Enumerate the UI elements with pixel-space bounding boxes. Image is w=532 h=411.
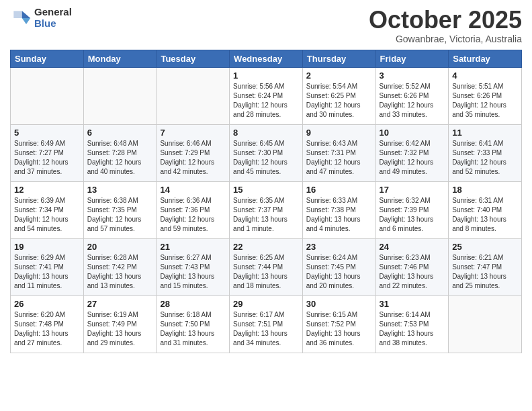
calendar-header-row: Sunday Monday Tuesday Wednesday Thursday… xyxy=(11,50,522,67)
table-row: 8Sunrise: 6:45 AM Sunset: 7:30 PM Daylig… xyxy=(230,124,303,181)
day-info: Sunrise: 6:45 AM Sunset: 7:30 PM Dayligh… xyxy=(233,139,299,177)
table-row: 11Sunrise: 6:41 AM Sunset: 7:33 PM Dayli… xyxy=(449,124,522,181)
table-row: 1Sunrise: 5:56 AM Sunset: 6:24 PM Daylig… xyxy=(230,67,303,124)
day-number: 28 xyxy=(160,299,226,309)
day-number: 19 xyxy=(14,242,80,252)
day-number: 29 xyxy=(233,299,299,309)
day-number: 4 xyxy=(452,71,518,81)
day-number: 16 xyxy=(306,185,372,195)
table-row: 15Sunrise: 6:35 AM Sunset: 7:37 PM Dayli… xyxy=(230,181,303,238)
day-number: 23 xyxy=(306,242,372,252)
table-row: 19Sunrise: 6:29 AM Sunset: 7:41 PM Dayli… xyxy=(11,238,84,295)
col-sunday: Sunday xyxy=(11,50,84,67)
day-number: 1 xyxy=(233,71,299,81)
day-number: 14 xyxy=(160,185,226,195)
table-row: 12Sunrise: 6:39 AM Sunset: 7:34 PM Dayli… xyxy=(11,181,84,238)
day-number: 2 xyxy=(306,71,372,81)
table-row: 2Sunrise: 5:54 AM Sunset: 6:25 PM Daylig… xyxy=(302,67,375,124)
logo-blue-text: Blue xyxy=(34,18,72,30)
calendar-week-row: 1Sunrise: 5:56 AM Sunset: 6:24 PM Daylig… xyxy=(11,67,522,124)
day-number: 12 xyxy=(14,185,80,195)
day-info: Sunrise: 6:20 AM Sunset: 7:48 PM Dayligh… xyxy=(14,310,80,348)
logo: General Blue xyxy=(10,7,72,29)
table-row: 10Sunrise: 6:42 AM Sunset: 7:32 PM Dayli… xyxy=(375,124,449,181)
day-number: 18 xyxy=(452,185,518,195)
day-info: Sunrise: 6:43 AM Sunset: 7:31 PM Dayligh… xyxy=(306,139,372,177)
day-number: 22 xyxy=(233,242,299,252)
table-row xyxy=(449,295,522,353)
day-number: 8 xyxy=(233,128,299,138)
table-row: 22Sunrise: 6:25 AM Sunset: 7:44 PM Dayli… xyxy=(230,238,303,295)
day-info: Sunrise: 5:51 AM Sunset: 6:26 PM Dayligh… xyxy=(452,82,518,120)
calendar-week-row: 19Sunrise: 6:29 AM Sunset: 7:41 PM Dayli… xyxy=(11,238,522,295)
day-info: Sunrise: 6:49 AM Sunset: 7:27 PM Dayligh… xyxy=(14,139,80,177)
table-row: 27Sunrise: 6:19 AM Sunset: 7:49 PM Dayli… xyxy=(83,295,157,353)
day-info: Sunrise: 6:33 AM Sunset: 7:38 PM Dayligh… xyxy=(306,196,372,234)
table-row: 20Sunrise: 6:28 AM Sunset: 7:42 PM Dayli… xyxy=(83,238,157,295)
day-info: Sunrise: 6:38 AM Sunset: 7:35 PM Dayligh… xyxy=(87,196,153,234)
day-number: 7 xyxy=(160,128,226,138)
table-row: 3Sunrise: 5:52 AM Sunset: 6:26 PM Daylig… xyxy=(375,67,449,124)
day-info: Sunrise: 6:42 AM Sunset: 7:32 PM Dayligh… xyxy=(380,139,445,177)
day-number: 10 xyxy=(380,128,445,138)
day-info: Sunrise: 6:15 AM Sunset: 7:52 PM Dayligh… xyxy=(306,310,372,348)
table-row: 6Sunrise: 6:48 AM Sunset: 7:28 PM Daylig… xyxy=(83,124,157,181)
month-title: October 2025 xyxy=(369,7,522,34)
day-info: Sunrise: 6:14 AM Sunset: 7:53 PM Dayligh… xyxy=(380,310,445,348)
day-info: Sunrise: 6:24 AM Sunset: 7:45 PM Dayligh… xyxy=(306,253,372,291)
day-info: Sunrise: 6:41 AM Sunset: 7:33 PM Dayligh… xyxy=(452,139,518,177)
table-row: 25Sunrise: 6:21 AM Sunset: 7:47 PM Dayli… xyxy=(449,238,522,295)
day-info: Sunrise: 6:28 AM Sunset: 7:42 PM Dayligh… xyxy=(87,253,153,291)
day-info: Sunrise: 6:23 AM Sunset: 7:46 PM Dayligh… xyxy=(380,253,445,291)
day-number: 15 xyxy=(233,185,299,195)
day-number: 13 xyxy=(87,185,153,195)
day-number: 21 xyxy=(160,242,226,252)
day-number: 20 xyxy=(87,242,153,252)
title-block: October 2025 Gowanbrae, Victoria, Austra… xyxy=(369,7,522,44)
day-info: Sunrise: 6:29 AM Sunset: 7:41 PM Dayligh… xyxy=(14,253,80,291)
table-row: 28Sunrise: 6:18 AM Sunset: 7:50 PM Dayli… xyxy=(157,295,230,353)
table-row: 30Sunrise: 6:15 AM Sunset: 7:52 PM Dayli… xyxy=(302,295,375,353)
table-row: 7Sunrise: 6:46 AM Sunset: 7:29 PM Daylig… xyxy=(157,124,230,181)
table-row: 29Sunrise: 6:17 AM Sunset: 7:51 PM Dayli… xyxy=(230,295,303,353)
day-number: 24 xyxy=(380,242,445,252)
calendar-week-row: 5Sunrise: 6:49 AM Sunset: 7:27 PM Daylig… xyxy=(11,124,522,181)
col-tuesday: Tuesday xyxy=(157,50,230,67)
col-monday: Monday xyxy=(83,50,157,67)
table-row: 13Sunrise: 6:38 AM Sunset: 7:35 PM Dayli… xyxy=(83,181,157,238)
table-row: 23Sunrise: 6:24 AM Sunset: 7:45 PM Dayli… xyxy=(302,238,375,295)
day-number: 9 xyxy=(306,128,372,138)
day-info: Sunrise: 6:36 AM Sunset: 7:36 PM Dayligh… xyxy=(160,196,226,234)
day-number: 26 xyxy=(14,299,80,309)
col-wednesday: Wednesday xyxy=(230,50,303,67)
day-number: 3 xyxy=(380,71,445,81)
day-number: 6 xyxy=(87,128,153,138)
logo-general-text: General xyxy=(34,7,72,18)
table-row: 16Sunrise: 6:33 AM Sunset: 7:38 PM Dayli… xyxy=(302,181,375,238)
table-row: 31Sunrise: 6:14 AM Sunset: 7:53 PM Dayli… xyxy=(375,295,449,353)
day-info: Sunrise: 5:54 AM Sunset: 6:25 PM Dayligh… xyxy=(306,82,372,120)
day-info: Sunrise: 5:56 AM Sunset: 6:24 PM Dayligh… xyxy=(233,82,299,120)
day-number: 31 xyxy=(380,299,445,309)
day-info: Sunrise: 6:32 AM Sunset: 7:39 PM Dayligh… xyxy=(380,196,445,234)
svg-marker-0 xyxy=(22,11,30,18)
day-info: Sunrise: 6:48 AM Sunset: 7:28 PM Dayligh… xyxy=(87,139,153,177)
day-number: 27 xyxy=(87,299,153,309)
day-number: 5 xyxy=(14,128,80,138)
day-info: Sunrise: 6:17 AM Sunset: 7:51 PM Dayligh… xyxy=(233,310,299,348)
table-row xyxy=(83,67,157,124)
header: General Blue October 2025 Gowanbrae, Vic… xyxy=(10,7,522,44)
table-row: 26Sunrise: 6:20 AM Sunset: 7:48 PM Dayli… xyxy=(11,295,84,353)
table-row: 5Sunrise: 6:49 AM Sunset: 7:27 PM Daylig… xyxy=(11,124,84,181)
day-info: Sunrise: 6:21 AM Sunset: 7:47 PM Dayligh… xyxy=(452,253,518,291)
col-thursday: Thursday xyxy=(302,50,375,67)
table-row: 14Sunrise: 6:36 AM Sunset: 7:36 PM Dayli… xyxy=(157,181,230,238)
table-row: 9Sunrise: 6:43 AM Sunset: 7:31 PM Daylig… xyxy=(302,124,375,181)
day-info: Sunrise: 6:19 AM Sunset: 7:49 PM Dayligh… xyxy=(87,310,153,348)
table-row: 24Sunrise: 6:23 AM Sunset: 7:46 PM Dayli… xyxy=(375,238,449,295)
table-row: 4Sunrise: 5:51 AM Sunset: 6:26 PM Daylig… xyxy=(449,67,522,124)
day-info: Sunrise: 5:52 AM Sunset: 6:26 PM Dayligh… xyxy=(380,82,445,120)
calendar-week-row: 26Sunrise: 6:20 AM Sunset: 7:48 PM Dayli… xyxy=(11,295,522,353)
table-row: 17Sunrise: 6:32 AM Sunset: 7:39 PM Dayli… xyxy=(375,181,449,238)
page: General Blue October 2025 Gowanbrae, Vic… xyxy=(0,0,532,363)
